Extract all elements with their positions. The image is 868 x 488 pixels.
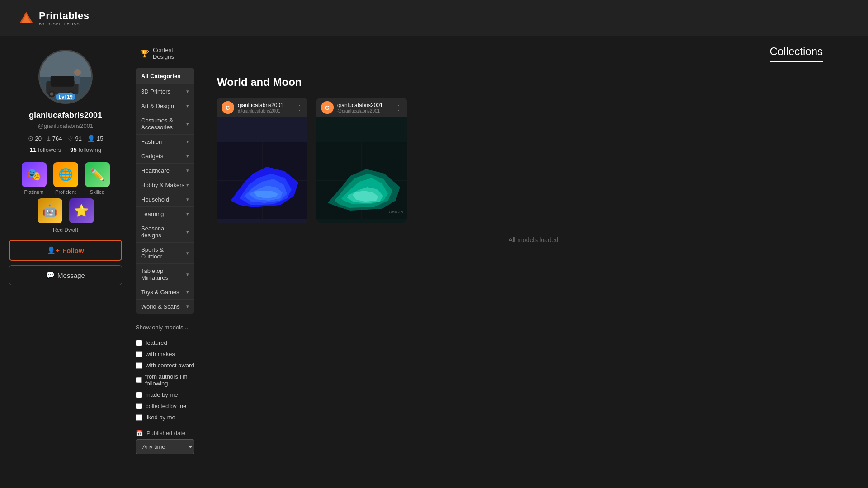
logo-sub: BY JOSEF PRUSA bbox=[39, 22, 89, 26]
category-3d-printers[interactable]: 3D Printers ▾ bbox=[136, 84, 194, 99]
collections-tab-area: Collections bbox=[217, 45, 850, 62]
author-name: gianlucafabris2001 bbox=[337, 102, 383, 108]
world-thumbnail: ORIGIN bbox=[316, 117, 407, 223]
model-card-header: G gianlucafabris2001 @gianlucafabris2001… bbox=[316, 98, 407, 117]
date-select[interactable]: Any time Last week Last month Last year bbox=[136, 439, 194, 454]
show-only-title: Show only models... bbox=[136, 320, 194, 334]
category-label: Fashion bbox=[141, 138, 162, 145]
level-badge: Lvl 19 bbox=[56, 93, 75, 100]
avatar-container: Lvl 19 bbox=[9, 50, 122, 104]
chevron-icon: ▾ bbox=[186, 121, 189, 127]
category-label: Toys & Games bbox=[141, 289, 179, 296]
chevron-icon: ▾ bbox=[186, 304, 189, 310]
points-icon: ± bbox=[47, 135, 51, 142]
badges-section: 🎭 Platinum 🌐 Proficient ✏️ Skilled 🤖 ⭐ bbox=[9, 162, 122, 233]
collections-tab[interactable]: Collections bbox=[770, 45, 823, 62]
with-makes-checkbox[interactable] bbox=[136, 351, 142, 357]
svg-point-7 bbox=[50, 92, 54, 96]
username: gianlucafabris2001 bbox=[9, 111, 122, 120]
more-options-button[interactable]: ⋮ bbox=[395, 103, 402, 112]
author-info: G gianlucafabris2001 @gianlucafabris2001 bbox=[222, 101, 283, 114]
svg-rect-11 bbox=[75, 76, 80, 84]
category-art-design[interactable]: Art & Design ▾ bbox=[136, 99, 194, 113]
category-label: Hobby & Makers bbox=[141, 182, 184, 188]
calendar-icon: 📅 bbox=[136, 430, 143, 436]
svg-point-10 bbox=[74, 69, 81, 76]
liked-by-me-checkbox[interactable] bbox=[136, 414, 142, 421]
category-toys[interactable]: Toys & Games ▾ bbox=[136, 285, 194, 300]
message-label: Message bbox=[57, 272, 85, 279]
avatar: Lvl 19 bbox=[38, 50, 93, 104]
message-button[interactable]: 💬 Message bbox=[9, 265, 122, 285]
published-date-section: 📅 Published date Any time Last week Last… bbox=[136, 430, 194, 454]
author-avatar: G bbox=[321, 101, 334, 114]
more-options-button[interactable]: ⋮ bbox=[296, 103, 303, 112]
author-name: gianlucafabris2001 bbox=[238, 102, 283, 108]
author-avatar: G bbox=[222, 101, 234, 114]
category-costumes[interactable]: Costumes & Accessories ▾ bbox=[136, 113, 194, 135]
profile-sidebar: Lvl 19 gianlucafabris2001 @gianlucafabri… bbox=[0, 36, 131, 461]
category-label: Learning bbox=[141, 211, 164, 217]
designs-icon: ⊙ bbox=[28, 135, 33, 142]
category-world-scans[interactable]: World & Scans ▾ bbox=[136, 300, 194, 314]
svg-text:ORIGIN: ORIGIN bbox=[389, 210, 403, 214]
filter-sidebar: 🏆 Contest Designs All Categories 3D Prin… bbox=[131, 36, 199, 461]
designs-stat: ⊙ 20 bbox=[28, 135, 42, 142]
platinum-badge-icon: 🎭 bbox=[22, 162, 47, 187]
filter-collected-by-me[interactable]: collected by me bbox=[136, 400, 194, 412]
filter-contest-award[interactable]: with contest award bbox=[136, 360, 194, 371]
follow-label: Follow bbox=[62, 247, 84, 254]
all-categories-label[interactable]: All Categories bbox=[136, 68, 194, 84]
contest-designs-header: 🏆 Contest Designs bbox=[136, 43, 194, 64]
show-only-section: Show only models... featured with makes … bbox=[136, 320, 194, 423]
svg-rect-5 bbox=[51, 76, 74, 87]
category-learning[interactable]: Learning ▾ bbox=[136, 207, 194, 221]
logo-name: Printables bbox=[39, 10, 89, 22]
all-models-loaded: All models loaded bbox=[217, 223, 850, 257]
trophy-icon: 🏆 bbox=[140, 49, 149, 58]
category-sports[interactable]: Sports & Outdoor ▾ bbox=[136, 243, 194, 264]
following-checkbox[interactable] bbox=[136, 377, 142, 383]
model-card-moon[interactable]: G gianlucafabris2001 @gianlucafabris2001… bbox=[217, 98, 307, 223]
category-hobby[interactable]: Hobby & Makers ▾ bbox=[136, 178, 194, 192]
followers-row: 11 followers 95 following bbox=[9, 146, 122, 153]
category-healthcare[interactable]: Healthcare ▾ bbox=[136, 164, 194, 178]
category-seasonal[interactable]: Seasonal designs ▾ bbox=[136, 221, 194, 243]
category-fashion[interactable]: Fashion ▾ bbox=[136, 135, 194, 149]
category-tabletop[interactable]: Tabletop Miniatures ▾ bbox=[136, 264, 194, 285]
follow-icon: 👤+ bbox=[47, 246, 60, 254]
featured-checkbox[interactable] bbox=[136, 340, 142, 346]
category-label: 3D Printers bbox=[141, 88, 170, 95]
collected-by-me-checkbox[interactable] bbox=[136, 403, 142, 409]
svg-text:G: G bbox=[325, 105, 329, 111]
special-badge-icon: ⭐ bbox=[69, 198, 94, 223]
model-card-world[interactable]: G gianlucafabris2001 @gianlucafabris2001… bbox=[316, 98, 407, 223]
filter-made-by-me[interactable]: made by me bbox=[136, 389, 194, 400]
logo[interactable]: Printables BY JOSEF PRUSA bbox=[18, 10, 89, 26]
filter-featured[interactable]: featured bbox=[136, 337, 194, 348]
follow-button[interactable]: 👤+ Follow bbox=[9, 240, 122, 261]
badges-row-1: 🎭 Platinum 🌐 Proficient ✏️ Skilled bbox=[9, 162, 122, 195]
user-handle: @gianlucafabris2001 bbox=[9, 122, 122, 129]
svg-text:G: G bbox=[226, 105, 230, 111]
following-label: 95 following bbox=[70, 146, 101, 153]
category-label: Household bbox=[141, 196, 169, 203]
made-by-me-checkbox[interactable] bbox=[136, 392, 142, 398]
badge-skilled: ✏️ Skilled bbox=[85, 162, 110, 195]
chevron-icon: ▾ bbox=[186, 168, 189, 174]
category-label: Tabletop Miniatures bbox=[141, 267, 186, 281]
stats-row: ⊙ 20 ± 764 ♡ 91 👤 15 bbox=[9, 135, 122, 142]
category-gadgets[interactable]: Gadgets ▾ bbox=[136, 149, 194, 164]
proficient-badge-icon: 🌐 bbox=[53, 162, 78, 187]
category-household[interactable]: Household ▾ bbox=[136, 192, 194, 207]
contest-award-checkbox[interactable] bbox=[136, 362, 142, 369]
badge-special: ⭐ bbox=[69, 198, 94, 223]
skilled-badge-icon: ✏️ bbox=[85, 162, 110, 187]
category-label: Gadgets bbox=[141, 153, 163, 160]
filter-liked-by-me[interactable]: liked by me bbox=[136, 412, 194, 423]
chevron-icon: ▾ bbox=[186, 272, 189, 277]
filter-with-makes[interactable]: with makes bbox=[136, 348, 194, 360]
chevron-icon: ▾ bbox=[186, 153, 189, 159]
red-dwarf-label: Red Dwaft bbox=[9, 227, 122, 233]
filter-following[interactable]: from authors I'm following bbox=[136, 371, 194, 389]
